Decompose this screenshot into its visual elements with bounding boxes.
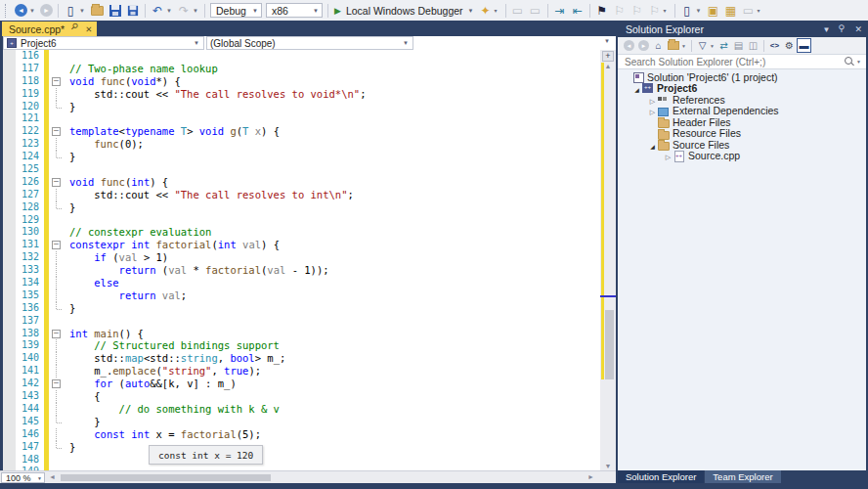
toggle-bookmark-button[interactable]: ⚑ (593, 2, 611, 20)
pin-icon[interactable] (71, 24, 80, 33)
breakpoint-margin[interactable] (3, 125, 16, 138)
tab-team-explorer[interactable]: Team Explorer (705, 470, 780, 483)
code-text[interactable] (65, 214, 69, 227)
breakpoint-margin[interactable] (3, 88, 16, 101)
code-text[interactable] (65, 112, 69, 125)
outlining-margin[interactable] (49, 365, 65, 378)
code-line-148[interactable]: 148 (3, 454, 600, 467)
expander-icon[interactable]: ◢ (647, 139, 658, 151)
outlining-margin[interactable]: – (49, 75, 65, 88)
breakpoint-margin[interactable] (3, 226, 16, 239)
breakpoint-margin[interactable] (3, 163, 16, 176)
code-line-130[interactable]: 130// constexpr evaluation (3, 226, 600, 239)
code-text[interactable]: } (65, 201, 75, 214)
navigate-forward-button[interactable]: ► (40, 4, 53, 17)
new-file-dropdown[interactable]: ▼ (79, 8, 88, 14)
code-line-136[interactable]: 136} (3, 302, 600, 315)
code-text[interactable]: const int x = factorial(5); (65, 428, 261, 441)
outlining-margin[interactable]: – (49, 378, 65, 390)
outlining-margin[interactable] (49, 441, 65, 454)
outlining-margin[interactable] (49, 454, 65, 467)
code-text[interactable]: } (65, 302, 75, 315)
breakpoint-margin[interactable] (3, 75, 16, 88)
outlining-margin[interactable] (49, 88, 65, 101)
navbar-options-icon[interactable]: ▼ (604, 38, 610, 44)
code-line-124[interactable]: 124} (3, 151, 600, 163)
breakpoint-margin[interactable] (3, 403, 16, 416)
open-containing-folder-button[interactable]: ▭ (509, 2, 527, 20)
collapse-region-icon[interactable]: – (52, 379, 61, 388)
breakpoint-margin[interactable] (3, 63, 16, 75)
se-properties-page-button[interactable]: ▤ (731, 38, 746, 53)
breakpoint-margin[interactable] (3, 328, 16, 340)
extensions-button[interactable]: ▭ (740, 2, 758, 20)
tree-item-source-files[interactable]: ◢Source Files (618, 139, 866, 151)
code-line-134[interactable]: 134 else (3, 277, 600, 289)
outlining-margin[interactable] (49, 403, 65, 416)
code-line-120[interactable]: 120} (3, 101, 600, 113)
solution-explorer-titlebar[interactable]: Solution Explorer ▼ ✕ (618, 22, 866, 37)
tree-item-resource-files[interactable]: Resource Files (618, 128, 866, 140)
breakpoint-margin[interactable] (3, 50, 16, 63)
solution-explorer-search[interactable]: ▼ (618, 54, 866, 69)
se-filter-dropdown[interactable]: ▼ (710, 43, 716, 49)
code-line-118[interactable]: 118–void func(void*) { (3, 75, 600, 88)
code-line-126[interactable]: 126–void func(int) { (3, 176, 600, 189)
search-input[interactable] (618, 57, 843, 67)
editor-horizontal-scrollbar[interactable]: 100 % ▼ ◄ ► (0, 470, 616, 483)
open-file-button[interactable] (91, 6, 104, 16)
code-line-129[interactable]: 129 (3, 214, 600, 227)
code-line-142[interactable]: 142– for (auto&&[k, v] : m_) (3, 378, 600, 390)
outlining-margin[interactable] (49, 163, 65, 176)
outlining-margin[interactable] (49, 50, 65, 63)
code-text[interactable]: void func(int) { (65, 176, 168, 189)
collapse-region-icon[interactable]: – (52, 178, 61, 187)
breakpoint-margin[interactable] (3, 428, 16, 441)
collapse-region-icon[interactable]: – (52, 77, 61, 86)
se-pending-changes-filter-button[interactable]: ▽ (695, 38, 710, 53)
code-text[interactable]: for (auto&&[k, v] : m_) (65, 378, 237, 390)
tab-source-cpp[interactable]: Source.cpp* ✕ (2, 22, 97, 36)
breakpoint-margin[interactable] (3, 264, 16, 277)
collapse-region-icon[interactable]: – (52, 330, 61, 338)
redo-button[interactable]: ↷ (175, 2, 193, 20)
chevron-down-icon[interactable]: ▼ (856, 59, 861, 65)
outlining-margin[interactable] (49, 63, 65, 75)
outlining-margin[interactable] (49, 101, 65, 113)
breakpoint-margin[interactable] (3, 289, 16, 302)
outlining-margin[interactable]: – (49, 125, 65, 138)
solution-platforms-select[interactable]: x86▼ (266, 3, 323, 18)
feedback-button[interactable]: ▣ (705, 2, 722, 20)
tree-item-external-dependencies[interactable]: ▷External Dependencies (618, 106, 866, 117)
breakpoint-margin[interactable] (3, 101, 16, 113)
breakpoint-margin[interactable] (3, 151, 16, 163)
code-line-140[interactable]: 140 std::map<std::string, bool> m_; (3, 352, 600, 365)
code-text[interactable]: std::cout << "The call resolves to void*… (65, 88, 366, 101)
code-text[interactable]: } (65, 101, 75, 113)
save-all-button[interactable] (128, 5, 138, 15)
solution-configurations-select[interactable]: Debug▼ (210, 3, 262, 18)
code-text[interactable]: { (65, 390, 101, 403)
breakpoint-margin[interactable] (3, 339, 16, 352)
next-bookmark-button[interactable]: ⚐ (629, 2, 646, 20)
code-text[interactable]: std::map<std::string, bool> m_; (65, 352, 285, 365)
outlining-margin[interactable] (49, 151, 65, 163)
new-query-dropdown[interactable]: ▼ (696, 8, 705, 14)
code-text[interactable]: // Two-phase name lookup (65, 63, 218, 75)
outlining-margin[interactable] (49, 201, 65, 214)
outlining-margin[interactable]: – (49, 328, 65, 340)
breakpoint-margin[interactable] (3, 302, 16, 315)
se-switch-views-dropdown[interactable]: ▼ (681, 43, 688, 49)
save-button[interactable] (109, 5, 121, 17)
toolbar-overflow[interactable]: ▾ (495, 7, 502, 14)
breakpoint-margin[interactable] (3, 390, 16, 403)
code-text[interactable]: std::cout << "The call resolves to int\n… (65, 189, 354, 201)
outlining-margin[interactable] (49, 302, 65, 315)
code-line-119[interactable]: 119 std::cout << "The call resolves to v… (3, 88, 600, 101)
code-line-146[interactable]: 146 const int x = factorial(5); (3, 428, 600, 441)
undo-dropdown[interactable]: ▼ (166, 8, 175, 14)
navigate-backward-button[interactable]: ◄ (15, 4, 27, 17)
code-line-135[interactable]: 135 return val; (3, 289, 600, 302)
code-line-127[interactable]: 127 std::cout << "The call resolves to i… (3, 189, 600, 201)
code-text[interactable]: } (65, 151, 75, 163)
